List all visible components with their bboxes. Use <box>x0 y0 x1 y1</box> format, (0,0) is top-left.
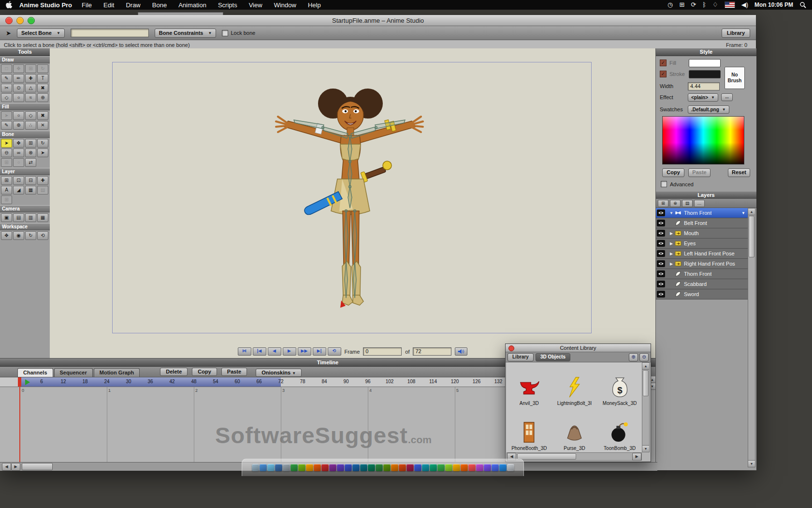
layer-tool-4-icon[interactable]: ✚ <box>37 176 48 185</box>
layer-row-belt-front[interactable]: Belt Front <box>656 218 748 228</box>
dock-app-icon-12[interactable] <box>337 464 344 471</box>
layer-visibility-icon[interactable] <box>657 230 665 237</box>
menu-view[interactable]: View <box>249 1 262 9</box>
dock-app-icon-31[interactable] <box>484 464 491 471</box>
dock-app-icon-15[interactable] <box>360 464 367 471</box>
bone-tool-11-icon[interactable]: ⇄ <box>25 158 36 167</box>
draw-tool-12-icon[interactable]: ✖ <box>37 84 48 92</box>
fill-tool-5-icon[interactable]: ✎ <box>1 121 12 130</box>
dock-app-icon-7[interactable] <box>298 464 305 471</box>
camera-tool-4-icon[interactable]: ▦ <box>37 213 48 222</box>
audio-button[interactable] <box>455 347 467 356</box>
content-library-hscrollbar[interactable]: ◀ ▶ <box>507 452 642 461</box>
expand-triangle-icon[interactable]: ▶ <box>669 231 674 236</box>
draw-tool-4-icon[interactable]: ↻ <box>37 64 48 73</box>
layer-row-thorn-front[interactable]: Thorn Front <box>656 269 748 279</box>
dock-app-icon-28[interactable] <box>461 464 468 471</box>
duplicate-layer-icon[interactable]: ⊕ <box>670 200 681 207</box>
dock-app-icon-13[interactable] <box>345 464 352 471</box>
dock-app-icon-25[interactable] <box>437 464 445 471</box>
tab-sequencer[interactable]: Sequencer <box>54 368 93 377</box>
dock-app-icon-19[interactable] <box>391 464 398 471</box>
playhead-marker[interactable] <box>18 377 21 387</box>
current-frame-input[interactable]: 0 <box>363 347 402 356</box>
workspace-tool-3-icon[interactable]: ↻ <box>25 231 36 240</box>
layers-scrollbar[interactable]: ▲ ▼ <box>748 208 755 467</box>
bone-tool-7-icon[interactable]: ⊗ <box>25 149 36 157</box>
stroke-color-swatch[interactable] <box>689 70 721 78</box>
jump-end-button[interactable]: ▶| <box>313 347 326 356</box>
fill-tool-1-icon[interactable]: ➤ <box>1 111 12 120</box>
dock-app-icon-14[interactable] <box>352 464 360 471</box>
bone-tool-9-icon[interactable]: ⊞ <box>1 158 12 167</box>
layer-row-scabbard[interactable]: Scabbard <box>656 279 748 289</box>
menu-animation[interactable]: Animation <box>178 1 206 9</box>
workspace-tool-2-icon[interactable]: ◉ <box>13 231 24 240</box>
paste-style-button[interactable]: Paste <box>688 168 710 177</box>
width-input[interactable]: 4.44 <box>688 82 720 90</box>
layer-visibility-icon[interactable] <box>657 270 665 277</box>
step-back-button[interactable]: ◀ <box>268 347 281 356</box>
dock-app-icon-6[interactable] <box>290 464 298 471</box>
draw-tool-6-icon[interactable]: ✏ <box>13 74 24 83</box>
new-layer-icon[interactable]: ⊞ <box>658 200 668 207</box>
dock-app-icon-29[interactable] <box>468 464 476 471</box>
library-item-lightningbolt_3i[interactable]: LightningBolt_3I <box>552 362 597 407</box>
window-titlebar[interactable]: StartupFile.anme – Anime Studio <box>0 15 756 26</box>
workspace-tool-1-icon[interactable]: ✥ <box>1 231 12 240</box>
close-window-button[interactable] <box>508 345 514 351</box>
play-button[interactable]: ▶ <box>283 347 296 356</box>
layer-visibility-icon[interactable] <box>657 220 665 226</box>
menu-app-name[interactable]: Anime Studio Pro <box>19 1 72 9</box>
draw-tool-13-icon[interactable]: ◇ <box>1 93 12 102</box>
zoom-out-icon[interactable]: ⊖ <box>639 353 649 361</box>
lock-bone-checkbox[interactable] <box>222 30 228 36</box>
bone-name-input[interactable] <box>71 29 149 37</box>
camera-tool-3-icon[interactable]: ▥ <box>25 213 36 222</box>
draw-tool-16-icon[interactable]: ⊕ <box>37 93 48 102</box>
draw-tool-1-icon[interactable]: □ <box>1 64 12 73</box>
draw-tool-7-icon[interactable]: ✚ <box>25 74 36 83</box>
layer-menu-icon[interactable]: ▼ <box>741 211 745 215</box>
swatches-dropdown[interactable]: .Default.png▼ <box>688 105 729 114</box>
library-item-purse_3d[interactable]: Purse_3D <box>552 407 597 452</box>
layer-visibility-icon[interactable] <box>657 291 665 298</box>
layer-tool-2-icon[interactable]: ⊡ <box>13 176 24 185</box>
close-window-button[interactable] <box>5 17 13 24</box>
tab-channels[interactable]: Channels <box>17 368 53 377</box>
menu-window[interactable]: Window <box>274 1 296 9</box>
bone-constraints-dropdown[interactable]: Bone Constraints▼ <box>155 29 217 38</box>
playhead-line[interactable] <box>19 387 20 463</box>
layer-visibility-icon[interactable] <box>657 281 665 287</box>
dock-app-icon-16[interactable] <box>368 464 375 471</box>
menu-bar-clock[interactable]: Mon 10:06 PM <box>754 1 793 8</box>
camera-tool-2-icon[interactable]: ▤ <box>13 213 24 222</box>
draw-tool-9-icon[interactable]: ✂ <box>1 84 12 92</box>
shape-icon[interactable]: ♢ <box>712 0 718 10</box>
fill-tool-8-icon[interactable]: ✕ <box>37 121 48 130</box>
dock-app-icon-5[interactable] <box>283 464 290 471</box>
delete-layer-icon[interactable]: ▤ <box>682 200 693 207</box>
dock-app-icon-34[interactable] <box>507 464 514 471</box>
draw-tool-8-icon[interactable]: T <box>37 74 48 83</box>
layer-tool-6-icon[interactable]: ◢ <box>13 186 24 194</box>
stroke-checkbox[interactable]: ✓ <box>660 71 667 77</box>
layer-visibility-icon[interactable] <box>657 250 665 257</box>
bone-tool-3-icon[interactable]: ⊞ <box>25 139 36 148</box>
dock-app-icon-32[interactable] <box>492 464 499 471</box>
select-bone-dropdown[interactable]: Select Bone▼ <box>17 29 65 38</box>
draw-tool-3-icon[interactable]: ⊞ <box>25 64 36 73</box>
dock-app-icon-3[interactable] <box>267 464 275 471</box>
layer-tool-5-icon[interactable]: A <box>1 186 12 194</box>
scrollbar-thumb[interactable] <box>22 463 53 470</box>
dock-app-icon-21[interactable] <box>406 464 414 471</box>
bone-tool-5-icon[interactable]: ⊖ <box>1 149 12 157</box>
menu-edit[interactable]: Edit <box>103 1 114 9</box>
content-library-titlebar[interactable]: Content Library <box>506 344 651 352</box>
library-item-anvil_3d[interactable]: Anvil_3D <box>507 362 552 407</box>
sync-icon[interactable]: ⟳ <box>691 0 696 10</box>
library-button[interactable]: Library <box>722 29 750 38</box>
no-brush-button[interactable]: No Brush <box>725 67 745 89</box>
scrollbar-thumb[interactable] <box>749 216 754 257</box>
dock-app-icon-2[interactable] <box>260 464 267 471</box>
